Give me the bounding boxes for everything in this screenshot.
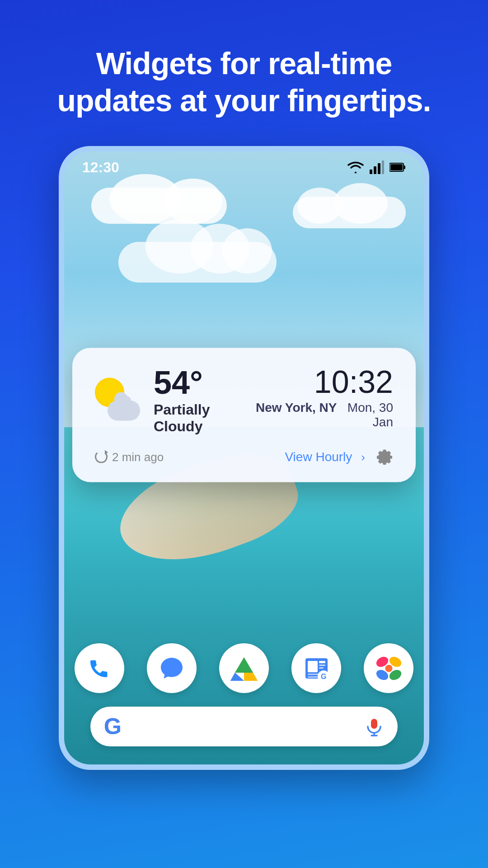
svg-rect-19 — [319, 667, 324, 669]
google-search-bar[interactable]: G — [90, 707, 398, 746]
svg-rect-18 — [319, 665, 325, 666]
widget-date: Mon, 30 Jan — [347, 401, 393, 429]
signal-icon — [370, 160, 384, 174]
news-svg-icon: G — [302, 654, 331, 683]
phone-app-icon[interactable] — [75, 643, 124, 693]
svg-point-24 — [385, 665, 392, 672]
dock-area: G G — [64, 638, 424, 764]
widget-bottom: 2 min ago View Hourly › — [95, 448, 393, 467]
phone-svg-icon — [86, 655, 113, 682]
hero-line1: Widgets for real-time — [96, 46, 392, 80]
wifi-icon — [347, 160, 364, 174]
status-bar: 12:30 — [64, 151, 424, 183]
phone-frame: 12:30 — [59, 146, 429, 770]
last-updated: 2 min ago — [95, 450, 164, 464]
drive-app-icon[interactable] — [219, 643, 269, 693]
status-time: 12:30 — [82, 159, 119, 176]
widget-top: 54° Partially Cloudy 10:32 New York, NY … — [95, 366, 393, 435]
svg-rect-1 — [374, 166, 376, 174]
widget-right: 10:32 New York, NY Mon, 30 Jan — [247, 366, 393, 429]
news-app-icon[interactable]: G — [291, 643, 341, 693]
cloud-icon — [108, 401, 140, 421]
weather-icon — [95, 378, 140, 423]
svg-marker-12 — [244, 673, 258, 681]
pinwheel-app-icon[interactable] — [364, 643, 413, 693]
settings-icon[interactable] — [374, 448, 393, 467]
chevron-right-icon: › — [361, 450, 365, 464]
phone-mockup: 12:30 — [59, 146, 429, 770]
pinwheel-svg-icon — [374, 654, 404, 683]
hero-text: Widgets for real-time updates at your fi… — [21, 45, 467, 119]
temp-condition: 54° Partially Cloudy — [154, 366, 247, 435]
status-icons — [347, 160, 406, 174]
svg-rect-3 — [382, 160, 384, 174]
hero-line2: updates at your fingertips. — [57, 83, 431, 118]
widget-actions: View Hourly › — [285, 448, 393, 467]
message-svg-icon — [158, 654, 186, 682]
svg-rect-2 — [378, 163, 380, 174]
weather-widget[interactable]: 54° Partially Cloudy 10:32 New York, NY … — [72, 348, 416, 482]
microphone-icon[interactable] — [364, 717, 384, 736]
view-hourly-button[interactable]: View Hourly — [285, 450, 352, 464]
svg-rect-0 — [370, 170, 372, 174]
svg-text:G: G — [321, 673, 326, 680]
battery-icon — [389, 162, 406, 172]
widget-location-date: New York, NY Mon, 30 Jan — [247, 401, 393, 429]
app-icons-row: G — [75, 643, 413, 693]
widget-location: New York, NY — [256, 401, 337, 415]
widget-time: 10:32 — [247, 366, 393, 398]
condition: Partially Cloudy — [154, 401, 247, 435]
message-app-icon[interactable] — [147, 643, 197, 693]
svg-marker-11 — [230, 673, 244, 681]
svg-rect-6 — [404, 165, 405, 169]
widget-left: 54° Partially Cloudy — [95, 366, 247, 435]
google-g-logo: G — [104, 713, 122, 740]
drive-svg-icon — [230, 654, 259, 683]
svg-rect-16 — [308, 661, 318, 672]
refresh-icon — [95, 451, 108, 463]
svg-rect-5 — [390, 164, 403, 170]
svg-rect-17 — [319, 661, 325, 663]
last-updated-text: 2 min ago — [112, 450, 164, 464]
svg-marker-13 — [235, 657, 253, 673]
svg-rect-29 — [371, 719, 377, 729]
temperature: 54° — [154, 366, 247, 399]
